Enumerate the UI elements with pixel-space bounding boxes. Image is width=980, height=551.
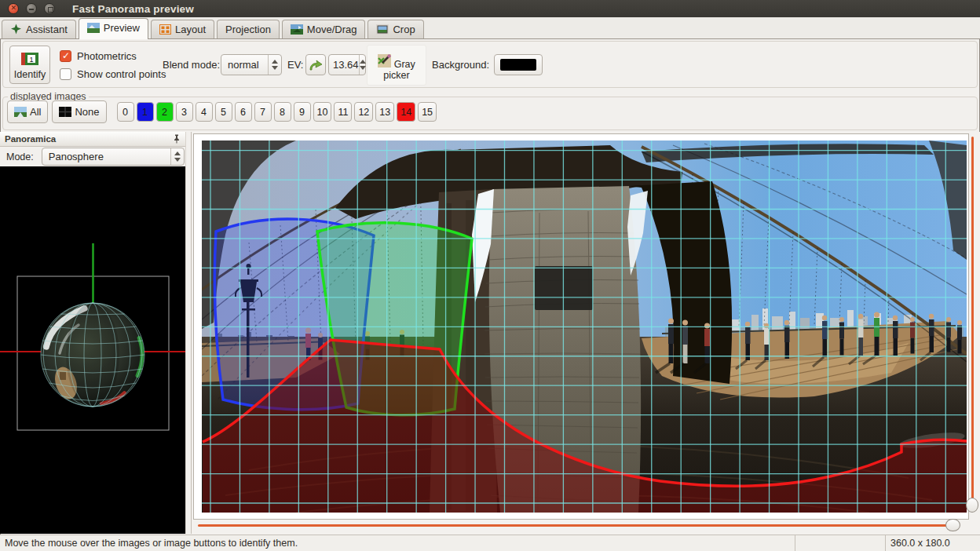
all-label: All [30, 106, 41, 118]
status-message: Move the mouse over the images or image … [0, 535, 795, 551]
vertical-fov-slider-handle[interactable] [966, 498, 978, 513]
image-toggle-4[interactable]: 4 [196, 102, 213, 122]
show-control-points-checkbox[interactable] [60, 68, 71, 80]
layout-icon [159, 24, 171, 35]
blend-mode-select[interactable]: normal [221, 54, 282, 75]
background-color-button[interactable] [494, 54, 543, 75]
ev-reset-button[interactable] [305, 54, 326, 75]
tab-assistant[interactable]: Assistant [2, 20, 76, 38]
image-toggle-12[interactable]: 12 [354, 102, 373, 122]
preview-area [192, 132, 980, 535]
image-toggle-11[interactable]: 11 [334, 102, 352, 122]
tab-crop[interactable]: Crop [368, 20, 423, 38]
no-images-icon [59, 107, 71, 117]
assistant-icon [10, 24, 22, 35]
panoramica-panel: Panoramica Mode: Panosphere [0, 132, 185, 534]
photometrics-row: Photometrics [60, 50, 137, 62]
displayed-images-group: displayed images All None 0 1 2 3 4 5 6 … [2, 91, 978, 130]
show-all-button[interactable]: All [7, 100, 48, 123]
tab-label: Assistant [26, 24, 68, 35]
tab-label: Layout [175, 24, 206, 35]
image-toggle-8[interactable]: 8 [274, 102, 291, 122]
image-toggle-1[interactable]: 1 [137, 102, 154, 122]
show-control-points-row: Show control points [60, 68, 166, 80]
show-none-button[interactable]: None [52, 100, 106, 123]
window-title: Fast Panorama preview [72, 3, 194, 15]
maximize-button[interactable] [44, 3, 55, 14]
tab-projection[interactable]: Projection [217, 20, 280, 38]
vertical-fov-slider-track[interactable] [971, 137, 974, 512]
image-toggle-15[interactable]: 15 [418, 102, 437, 122]
horizontal-fov-slider-track[interactable] [198, 524, 960, 527]
mode-select[interactable]: Panosphere [42, 148, 185, 166]
tab-preview[interactable]: Preview [79, 18, 148, 39]
green-arrow-icon [309, 60, 323, 71]
spinner-arrows-icon[interactable] [268, 55, 281, 75]
tab-move-drag[interactable]: Move/Drag [282, 20, 366, 38]
pano-size-indicator: 360.0 x 180.0 [886, 535, 980, 551]
image-toggle-2[interactable]: 2 [156, 102, 174, 122]
panoramica-header: Panoramica [0, 132, 185, 147]
gray-picker-button[interactable]: Gray picker [367, 45, 426, 86]
show-control-points-label: Show control points [77, 68, 166, 80]
titlebar: Fast Panorama preview [0, 0, 980, 17]
ev-label: EV: [287, 59, 303, 71]
tab-label: Crop [393, 24, 415, 35]
blend-mode-value: normal [221, 59, 268, 71]
spinner-arrows-icon[interactable] [170, 148, 184, 165]
preview-toolbar: 1 Identify Photometrics Show control poi… [2, 41, 978, 88]
spinner-arrows-icon[interactable] [359, 55, 366, 75]
tab-bar: Assistant Preview Layout Projection Move… [0, 17, 980, 39]
ev-value: 13.64 [329, 59, 359, 71]
background-color-swatch [500, 59, 536, 71]
svg-text:1: 1 [29, 56, 33, 64]
panoramica-title: Panoramica [5, 134, 173, 144]
app-window: Fast Panorama preview Assistant Preview … [0, 0, 980, 551]
mode-row: Mode: Panosphere [0, 147, 185, 166]
identify-button[interactable]: 1 Identify [9, 46, 50, 84]
mode-label: Mode: [6, 151, 34, 162]
panorama-viewport[interactable] [193, 133, 969, 520]
panel-splitter[interactable] [185, 132, 192, 534]
identify-icon: 1 [21, 53, 38, 65]
all-images-icon [14, 107, 27, 117]
status-bar: Move the mouse over the images or image … [0, 535, 980, 551]
image-toggle-3[interactable]: 3 [176, 102, 193, 122]
tab-label: Move/Drag [307, 24, 357, 35]
image-toggle-9[interactable]: 9 [294, 102, 311, 122]
minimize-button[interactable] [26, 3, 37, 14]
photometrics-label: Photometrics [77, 50, 137, 62]
horizontal-fov-slider-handle[interactable] [945, 519, 960, 531]
ev-spinbox[interactable]: 13.64 [328, 54, 366, 75]
close-button[interactable] [8, 3, 19, 14]
photometrics-checkbox[interactable] [60, 50, 71, 62]
status-spare-cell [795, 535, 886, 551]
displayed-images-row: All None 0 1 2 3 4 5 6 7 8 9 10 11 12 13 [3, 100, 977, 123]
panorama-canvas[interactable] [202, 140, 967, 513]
move-drag-icon [291, 24, 303, 35]
pin-icon[interactable] [173, 134, 181, 144]
image-toggle-10[interactable]: 10 [313, 102, 332, 122]
mode-value: Panosphere [42, 151, 170, 162]
identify-label: Identify [10, 69, 49, 80]
image-toggle-6[interactable]: 6 [235, 102, 252, 122]
tab-layout[interactable]: Layout [151, 20, 214, 38]
image-toggle-0[interactable]: 0 [117, 102, 134, 122]
tab-label: Projection [225, 24, 271, 35]
image-toggle-strip: 0 1 2 3 4 5 6 7 8 9 10 11 12 13 14 15 [117, 102, 437, 122]
image-toggle-7[interactable]: 7 [254, 102, 272, 122]
image-toggle-14[interactable]: 14 [397, 102, 415, 122]
none-label: None [75, 106, 99, 118]
crop-icon [376, 24, 389, 35]
image-toggle-5[interactable]: 5 [215, 102, 232, 122]
panosphere-canvas[interactable] [0, 166, 185, 534]
background-label: Background: [432, 59, 489, 71]
preview-icon [87, 23, 100, 33]
gray-picker-icon [378, 54, 391, 68]
image-toggle-13[interactable]: 13 [375, 102, 394, 122]
tab-label: Preview [104, 22, 140, 34]
blend-mode-label: Blend mode: [163, 59, 220, 71]
